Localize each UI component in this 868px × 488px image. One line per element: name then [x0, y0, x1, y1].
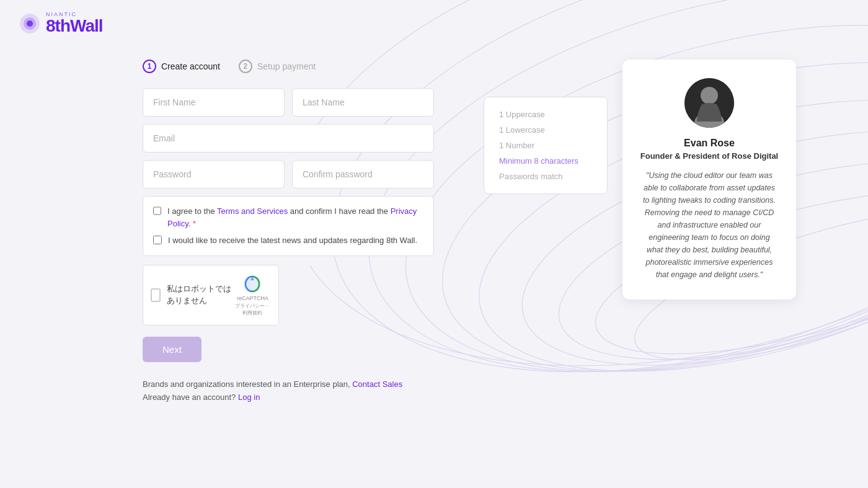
svg-point-15: [701, 87, 718, 104]
recaptcha-icon: [242, 274, 262, 294]
requirements-panel: 1 Uppercase1 Lowercase1 NumberMinimum 8 …: [484, 97, 608, 194]
news-checkbox-item: I would like to receive the latest news …: [153, 234, 423, 247]
confirm-password-input[interactable]: [292, 160, 434, 189]
requirement-item: Minimum 8 characters: [499, 156, 592, 166]
enterprise-text: Brands and organizations interested in a…: [143, 379, 434, 389]
recaptcha-box[interactable]: 私はロボットではありません reCAPTCHA プライバシー・利用規約: [143, 265, 279, 326]
logo-brand: 8thWall: [46, 16, 103, 36]
svg-point-12: [27, 20, 33, 27]
avatar-svg: [684, 78, 734, 128]
side-section: 1 Uppercase1 Lowercase1 NumberMinimum 8 …: [484, 60, 796, 312]
recaptcha-text: 私はロボットではありません: [167, 283, 234, 306]
requirement-item: 1 Number: [499, 141, 592, 150]
terms-link[interactable]: Terms and Services: [217, 206, 288, 216]
right-top: 1 Uppercase1 Lowercase1 NumberMinimum 8 …: [484, 60, 796, 312]
terms-label: I agree to the Terms and Services and co…: [167, 205, 423, 229]
last-name-input[interactable]: [292, 88, 434, 117]
news-label: I would like to receive the latest news …: [168, 234, 417, 247]
terms-checkbox[interactable]: [153, 206, 161, 215]
logo-icon: [19, 12, 41, 35]
step-1-label: Create account: [161, 61, 220, 71]
login-link[interactable]: Log in: [238, 393, 260, 402]
requirement-item: Passwords match: [499, 172, 592, 181]
logo: NIANTIC 8thWall: [19, 11, 849, 36]
contact-sales-link[interactable]: Contact Sales: [352, 379, 402, 389]
login-text: Already have an account? Log in: [143, 393, 434, 402]
avatar: [684, 78, 734, 128]
testimonial-title: Founder & President of Rose Digital: [640, 151, 779, 161]
requirement-item: 1 Lowercase: [499, 125, 592, 135]
step-1-circle: 1: [143, 60, 156, 73]
recaptcha-links: プライバシー・利用規約: [234, 303, 271, 316]
password-input[interactable]: [143, 160, 285, 189]
recaptcha-logo: reCAPTCHA プライバシー・利用規約: [234, 274, 271, 316]
email-row: [143, 124, 434, 153]
testimonial-card: Evan Rose Founder & President of Rose Di…: [622, 60, 796, 299]
first-name-input[interactable]: [143, 88, 285, 117]
testimonial-quote: "Using the cloud editor our team was abl…: [640, 169, 779, 281]
recaptcha-brand: reCAPTCHA: [237, 295, 268, 301]
checkbox-section: I agree to the Terms and Services and co…: [143, 196, 434, 256]
news-checkbox[interactable]: [153, 236, 162, 244]
step-1[interactable]: 1 Create account: [143, 60, 220, 73]
testimonial-name: Evan Rose: [640, 138, 779, 149]
next-button[interactable]: Next: [143, 337, 202, 362]
step-2-label: Setup payment: [257, 61, 316, 71]
step-2-circle: 2: [239, 60, 252, 73]
step-indicators: 1 Create account 2 Setup payment: [143, 60, 434, 73]
footer-links: Brands and organizations interested in a…: [143, 379, 434, 402]
form-section: 1 Create account 2 Setup payment: [143, 60, 434, 406]
name-row: [143, 88, 434, 117]
header: NIANTIC 8thWall: [0, 0, 868, 47]
requirement-item: 1 Uppercase: [499, 110, 592, 119]
terms-checkbox-item: I agree to the Terms and Services and co…: [153, 205, 423, 229]
recaptcha-checkbox[interactable]: [151, 288, 161, 302]
password-row: [143, 160, 434, 189]
step-2[interactable]: 2 Setup payment: [239, 60, 316, 73]
email-input[interactable]: [143, 124, 434, 153]
avatar-image: [684, 78, 734, 128]
